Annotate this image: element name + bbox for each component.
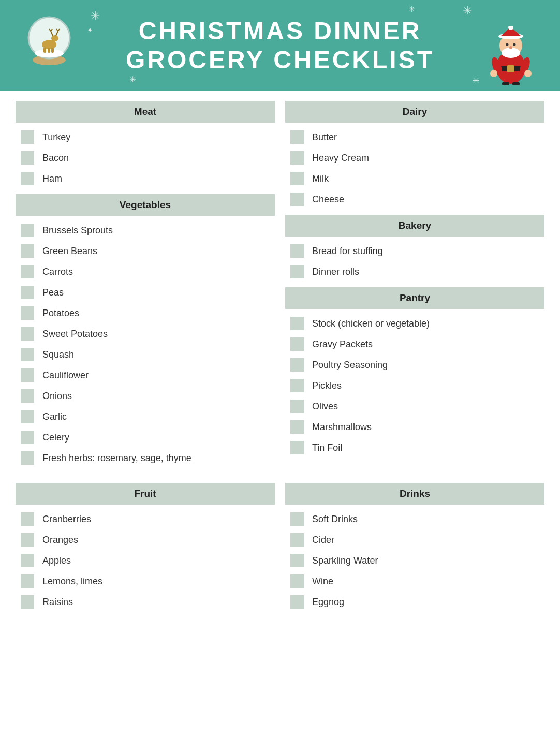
svg-rect-14: [48, 48, 50, 53]
checkbox[interactable]: [21, 574, 34, 588]
checkbox[interactable]: [290, 574, 304, 588]
checkbox[interactable]: [21, 130, 34, 144]
checkbox[interactable]: [21, 224, 34, 237]
item-label: Peas: [42, 287, 64, 298]
list-item: Tin Foil: [285, 437, 544, 458]
list-item: Apples: [16, 550, 275, 571]
checkbox[interactable]: [21, 327, 34, 341]
pantry-header: Pantry: [285, 287, 544, 309]
checkbox[interactable]: [21, 554, 34, 567]
checkbox[interactable]: [290, 317, 304, 330]
checkbox[interactable]: [290, 244, 304, 258]
item-label: Sweet Potatoes: [42, 329, 108, 340]
checkbox[interactable]: [290, 337, 304, 351]
item-label: Lemons, limes: [42, 576, 102, 587]
item-label: Ham: [42, 173, 62, 184]
list-item: Brussels Sprouts: [16, 220, 275, 241]
checkbox[interactable]: [21, 348, 34, 361]
item-label: Raisins: [42, 597, 73, 608]
item-label: Brussels Sprouts: [42, 225, 113, 236]
checkbox[interactable]: [290, 130, 304, 144]
checkbox[interactable]: [21, 286, 34, 299]
checkbox[interactable]: [21, 172, 34, 185]
checkbox[interactable]: [21, 595, 34, 609]
item-label: Cider: [312, 535, 334, 546]
snowflake-3: ✳: [408, 4, 415, 14]
item-label: Soft Drinks: [312, 514, 358, 525]
checkbox[interactable]: [290, 595, 304, 609]
item-label: Sparkling Water: [312, 555, 378, 566]
checkbox[interactable]: [290, 172, 304, 185]
svg-rect-31: [502, 82, 509, 85]
item-label: Heavy Cream: [312, 153, 369, 164]
checkbox[interactable]: [290, 441, 304, 454]
list-item: Cranberries: [16, 509, 275, 529]
checkbox[interactable]: [21, 389, 34, 403]
checkbox[interactable]: [290, 554, 304, 567]
list-item: Potatoes: [16, 303, 275, 323]
checkbox[interactable]: [21, 244, 34, 258]
checkbox[interactable]: [290, 193, 304, 206]
checkbox[interactable]: [21, 306, 34, 320]
list-item: Sweet Potatoes: [16, 323, 275, 344]
checkbox[interactable]: [21, 151, 34, 165]
item-label: Marshmallows: [312, 422, 372, 433]
checkbox[interactable]: [290, 151, 304, 165]
list-item: Butter: [285, 127, 544, 148]
item-label: Bread for stuffing: [312, 246, 383, 257]
checkbox[interactable]: [290, 265, 304, 278]
item-label: Pickles: [312, 380, 342, 391]
checkbox[interactable]: [290, 400, 304, 413]
list-item: Bacon: [16, 148, 275, 168]
checkbox[interactable]: [21, 431, 34, 444]
snowflake-6: ✳: [472, 75, 480, 86]
item-label: Oranges: [42, 535, 78, 546]
checkbox[interactable]: [290, 379, 304, 392]
list-item: Heavy Cream: [285, 148, 544, 168]
meat-section: Meat Turkey Bacon Ham: [16, 101, 275, 189]
snowflake-5: ✦: [87, 26, 93, 34]
list-item: Gravy Packets: [285, 334, 544, 355]
fruit-column: Fruit Cranberries Oranges Apples Lemons,…: [16, 483, 275, 617]
list-item: Onions: [16, 386, 275, 406]
item-label: Tin Foil: [312, 443, 342, 453]
santa-icon: [488, 26, 534, 85]
svg-point-24: [506, 43, 509, 46]
list-item: Carrots: [16, 261, 275, 282]
checkbox[interactable]: [21, 533, 34, 547]
checkbox[interactable]: [290, 420, 304, 434]
checkbox[interactable]: [21, 368, 34, 382]
list-item: Oranges: [16, 529, 275, 550]
checkbox[interactable]: [290, 512, 304, 526]
list-item: Raisins: [16, 592, 275, 612]
checkbox[interactable]: [21, 265, 34, 278]
content-area: Meat Turkey Bacon Ham Vegetables: [0, 91, 560, 633]
checkbox[interactable]: [21, 451, 34, 465]
item-label: Wine: [312, 576, 333, 587]
checkbox[interactable]: [290, 533, 304, 547]
list-item: Peas: [16, 282, 275, 303]
right-column: Dairy Butter Heavy Cream Milk Cheese: [285, 101, 544, 474]
list-item: Olives: [285, 396, 544, 417]
svg-point-29: [490, 70, 497, 77]
svg-point-26: [509, 46, 512, 49]
item-label: Gravy Packets: [312, 339, 373, 350]
checkbox[interactable]: [21, 512, 34, 526]
item-label: Dinner rolls: [312, 267, 359, 277]
bakery-section: Bakery Bread for stuffing Dinner rolls: [285, 215, 544, 282]
checkbox[interactable]: [21, 410, 34, 423]
header-title: CHRISTMAS DINNER GROCERY CHECKLIST: [126, 17, 434, 73]
main-grid: Meat Turkey Bacon Ham Vegetables: [16, 101, 544, 474]
checkbox[interactable]: [290, 358, 304, 372]
header: ✳ ✳ ✳ ✳ ✦ ✳: [0, 0, 560, 91]
item-label: Olives: [312, 401, 338, 412]
item-label: Stock (chicken or vegetable): [312, 318, 430, 329]
snowflake-2: ✳: [463, 4, 472, 18]
list-item: Squash: [16, 344, 275, 365]
list-item: Wine: [285, 571, 544, 592]
item-label: Squash: [42, 349, 74, 360]
fruit-section: Fruit Cranberries Oranges Apples Lemons,…: [16, 483, 275, 612]
list-item: Eggnog: [285, 592, 544, 612]
item-label: Milk: [312, 173, 329, 184]
svg-rect-18: [507, 65, 514, 72]
